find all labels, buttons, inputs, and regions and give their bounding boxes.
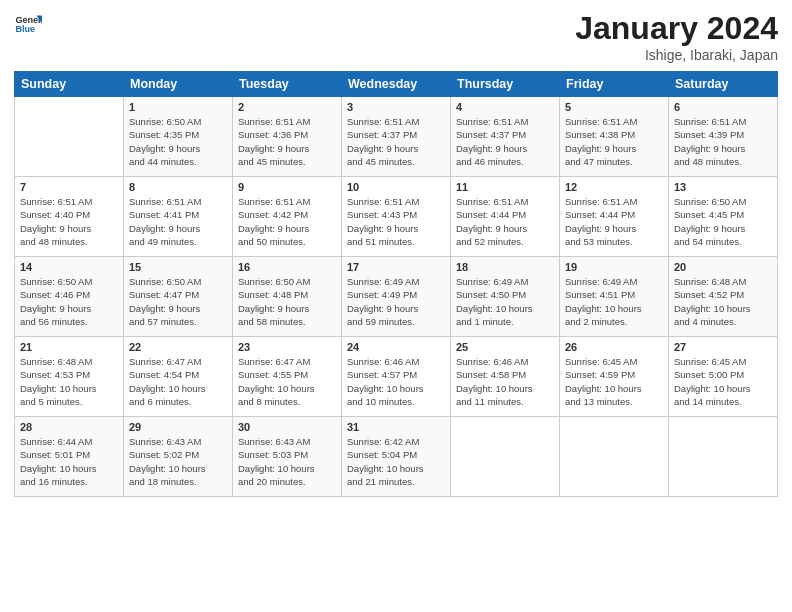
- day-content: Sunrise: 6:48 AM Sunset: 4:53 PM Dayligh…: [20, 355, 118, 408]
- calendar-cell: 4Sunrise: 6:51 AM Sunset: 4:37 PM Daylig…: [451, 97, 560, 177]
- day-content: Sunrise: 6:49 AM Sunset: 4:51 PM Dayligh…: [565, 275, 663, 328]
- calendar-cell: 28Sunrise: 6:44 AM Sunset: 5:01 PM Dayli…: [15, 417, 124, 497]
- day-number: 1: [129, 101, 227, 113]
- day-header-sunday: Sunday: [15, 72, 124, 97]
- day-number: 25: [456, 341, 554, 353]
- day-number: 6: [674, 101, 772, 113]
- header: General Blue January 2024 Ishige, Ibarak…: [14, 10, 778, 63]
- main-title: January 2024: [575, 10, 778, 47]
- day-content: Sunrise: 6:48 AM Sunset: 4:52 PM Dayligh…: [674, 275, 772, 328]
- day-number: 27: [674, 341, 772, 353]
- day-number: 23: [238, 341, 336, 353]
- day-content: Sunrise: 6:46 AM Sunset: 4:57 PM Dayligh…: [347, 355, 445, 408]
- calendar-cell: 30Sunrise: 6:43 AM Sunset: 5:03 PM Dayli…: [233, 417, 342, 497]
- calendar-cell: 26Sunrise: 6:45 AM Sunset: 4:59 PM Dayli…: [560, 337, 669, 417]
- calendar-cell: 3Sunrise: 6:51 AM Sunset: 4:37 PM Daylig…: [342, 97, 451, 177]
- week-row-1: 1Sunrise: 6:50 AM Sunset: 4:35 PM Daylig…: [15, 97, 778, 177]
- calendar-cell: 2Sunrise: 6:51 AM Sunset: 4:36 PM Daylig…: [233, 97, 342, 177]
- day-number: 10: [347, 181, 445, 193]
- day-number: 14: [20, 261, 118, 273]
- day-content: Sunrise: 6:51 AM Sunset: 4:41 PM Dayligh…: [129, 195, 227, 248]
- day-content: Sunrise: 6:45 AM Sunset: 5:00 PM Dayligh…: [674, 355, 772, 408]
- day-content: Sunrise: 6:44 AM Sunset: 5:01 PM Dayligh…: [20, 435, 118, 488]
- logo: General Blue: [14, 10, 42, 38]
- svg-text:Blue: Blue: [15, 24, 35, 34]
- day-header-monday: Monday: [124, 72, 233, 97]
- calendar-cell: 11Sunrise: 6:51 AM Sunset: 4:44 PM Dayli…: [451, 177, 560, 257]
- day-content: Sunrise: 6:51 AM Sunset: 4:37 PM Dayligh…: [456, 115, 554, 168]
- calendar-table: SundayMondayTuesdayWednesdayThursdayFrid…: [14, 71, 778, 497]
- day-number: 11: [456, 181, 554, 193]
- week-row-4: 21Sunrise: 6:48 AM Sunset: 4:53 PM Dayli…: [15, 337, 778, 417]
- subtitle: Ishige, Ibaraki, Japan: [575, 47, 778, 63]
- day-number: 9: [238, 181, 336, 193]
- title-block: January 2024 Ishige, Ibaraki, Japan: [575, 10, 778, 63]
- calendar-cell: [15, 97, 124, 177]
- day-content: Sunrise: 6:51 AM Sunset: 4:38 PM Dayligh…: [565, 115, 663, 168]
- calendar-cell: 17Sunrise: 6:49 AM Sunset: 4:49 PM Dayli…: [342, 257, 451, 337]
- day-number: 20: [674, 261, 772, 273]
- day-content: Sunrise: 6:45 AM Sunset: 4:59 PM Dayligh…: [565, 355, 663, 408]
- day-number: 28: [20, 421, 118, 433]
- day-number: 17: [347, 261, 445, 273]
- calendar-cell: [669, 417, 778, 497]
- calendar-cell: 20Sunrise: 6:48 AM Sunset: 4:52 PM Dayli…: [669, 257, 778, 337]
- calendar-cell: 19Sunrise: 6:49 AM Sunset: 4:51 PM Dayli…: [560, 257, 669, 337]
- day-number: 13: [674, 181, 772, 193]
- day-number: 16: [238, 261, 336, 273]
- day-content: Sunrise: 6:50 AM Sunset: 4:48 PM Dayligh…: [238, 275, 336, 328]
- day-number: 7: [20, 181, 118, 193]
- day-content: Sunrise: 6:51 AM Sunset: 4:43 PM Dayligh…: [347, 195, 445, 248]
- calendar-cell: 25Sunrise: 6:46 AM Sunset: 4:58 PM Dayli…: [451, 337, 560, 417]
- day-number: 12: [565, 181, 663, 193]
- calendar-cell: 7Sunrise: 6:51 AM Sunset: 4:40 PM Daylig…: [15, 177, 124, 257]
- day-content: Sunrise: 6:51 AM Sunset: 4:36 PM Dayligh…: [238, 115, 336, 168]
- calendar-cell: 18Sunrise: 6:49 AM Sunset: 4:50 PM Dayli…: [451, 257, 560, 337]
- day-content: Sunrise: 6:51 AM Sunset: 4:40 PM Dayligh…: [20, 195, 118, 248]
- calendar-cell: 6Sunrise: 6:51 AM Sunset: 4:39 PM Daylig…: [669, 97, 778, 177]
- calendar-cell: [560, 417, 669, 497]
- day-number: 4: [456, 101, 554, 113]
- day-content: Sunrise: 6:42 AM Sunset: 5:04 PM Dayligh…: [347, 435, 445, 488]
- calendar-cell: 5Sunrise: 6:51 AM Sunset: 4:38 PM Daylig…: [560, 97, 669, 177]
- day-number: 15: [129, 261, 227, 273]
- week-row-3: 14Sunrise: 6:50 AM Sunset: 4:46 PM Dayli…: [15, 257, 778, 337]
- day-content: Sunrise: 6:50 AM Sunset: 4:46 PM Dayligh…: [20, 275, 118, 328]
- week-row-5: 28Sunrise: 6:44 AM Sunset: 5:01 PM Dayli…: [15, 417, 778, 497]
- day-number: 3: [347, 101, 445, 113]
- day-content: Sunrise: 6:50 AM Sunset: 4:45 PM Dayligh…: [674, 195, 772, 248]
- day-content: Sunrise: 6:43 AM Sunset: 5:03 PM Dayligh…: [238, 435, 336, 488]
- day-content: Sunrise: 6:51 AM Sunset: 4:44 PM Dayligh…: [565, 195, 663, 248]
- calendar-cell: 29Sunrise: 6:43 AM Sunset: 5:02 PM Dayli…: [124, 417, 233, 497]
- day-content: Sunrise: 6:46 AM Sunset: 4:58 PM Dayligh…: [456, 355, 554, 408]
- calendar-cell: 27Sunrise: 6:45 AM Sunset: 5:00 PM Dayli…: [669, 337, 778, 417]
- day-header-friday: Friday: [560, 72, 669, 97]
- day-number: 31: [347, 421, 445, 433]
- calendar-cell: 23Sunrise: 6:47 AM Sunset: 4:55 PM Dayli…: [233, 337, 342, 417]
- day-content: Sunrise: 6:50 AM Sunset: 4:47 PM Dayligh…: [129, 275, 227, 328]
- calendar-cell: 31Sunrise: 6:42 AM Sunset: 5:04 PM Dayli…: [342, 417, 451, 497]
- day-content: Sunrise: 6:51 AM Sunset: 4:44 PM Dayligh…: [456, 195, 554, 248]
- day-number: 26: [565, 341, 663, 353]
- day-number: 24: [347, 341, 445, 353]
- day-number: 30: [238, 421, 336, 433]
- day-content: Sunrise: 6:51 AM Sunset: 4:42 PM Dayligh…: [238, 195, 336, 248]
- calendar-cell: 10Sunrise: 6:51 AM Sunset: 4:43 PM Dayli…: [342, 177, 451, 257]
- day-header-wednesday: Wednesday: [342, 72, 451, 97]
- calendar-cell: [451, 417, 560, 497]
- day-content: Sunrise: 6:51 AM Sunset: 4:37 PM Dayligh…: [347, 115, 445, 168]
- calendar-cell: 1Sunrise: 6:50 AM Sunset: 4:35 PM Daylig…: [124, 97, 233, 177]
- header-row: SundayMondayTuesdayWednesdayThursdayFrid…: [15, 72, 778, 97]
- day-header-saturday: Saturday: [669, 72, 778, 97]
- logo-icon: General Blue: [14, 10, 42, 38]
- calendar-cell: 24Sunrise: 6:46 AM Sunset: 4:57 PM Dayli…: [342, 337, 451, 417]
- day-content: Sunrise: 6:49 AM Sunset: 4:49 PM Dayligh…: [347, 275, 445, 328]
- day-number: 29: [129, 421, 227, 433]
- day-header-tuesday: Tuesday: [233, 72, 342, 97]
- calendar-cell: 12Sunrise: 6:51 AM Sunset: 4:44 PM Dayli…: [560, 177, 669, 257]
- calendar-cell: 8Sunrise: 6:51 AM Sunset: 4:41 PM Daylig…: [124, 177, 233, 257]
- day-number: 2: [238, 101, 336, 113]
- day-content: Sunrise: 6:47 AM Sunset: 4:55 PM Dayligh…: [238, 355, 336, 408]
- day-content: Sunrise: 6:47 AM Sunset: 4:54 PM Dayligh…: [129, 355, 227, 408]
- day-number: 5: [565, 101, 663, 113]
